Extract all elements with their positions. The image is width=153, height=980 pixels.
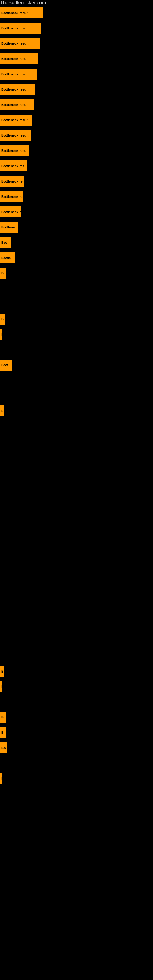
bar-row [0,388,153,403]
bar-label: Bottlene [1,225,15,229]
bottleneck-bar: E [0,406,4,417]
bar-label: Bottleneck result [1,11,29,15]
bottleneck-bar: Bottleneck result [0,115,32,126]
bar-row [0,557,153,571]
bottleneck-bar: Bottleneck resu [0,145,29,156]
bottleneck-bar: Bottlene [0,222,18,233]
bar-row [0,373,153,388]
bar-row [0,633,153,648]
bar-row: Bottleneck result [0,82,153,97]
bottleneck-bar: B [0,268,5,279]
bar-row: Bottleneck re [0,174,153,189]
bottleneck-bar: Bottleneck re [0,176,24,187]
bar-row: | [0,771,153,786]
bar-row: Bottleneck result [0,51,153,66]
bar-label: E [1,409,3,413]
bar-label: Bottleneck result [1,103,29,107]
bar-row [0,618,153,633]
bar-row: Bottleneck resu [0,143,153,158]
bar-row: Bottleneck result [0,67,153,81]
bar-row: Bottleneck res [0,159,153,173]
bar-row: Bottleneck result [0,113,153,127]
bar-row: B [0,312,153,326]
bar-row [0,572,153,587]
bar-label: Bottleneck res [1,164,24,168]
bottleneck-bar: Bottleneck res [0,161,27,172]
bar-label: E [1,670,3,673]
bar-row [0,649,153,663]
bar-label: B [1,317,4,321]
bar-label: B [1,731,4,734]
bottleneck-bar: Bottleneck result [0,84,35,95]
bar-label: | [1,776,2,780]
bottleneck-bar: Bottle [0,252,15,263]
bottleneck-bar: Bottleneck result [0,130,30,141]
bar-label: Bottleneck resu [1,149,27,153]
bar-row [0,495,153,510]
bottleneck-bar: | [0,681,2,692]
bar-label: Bottle [1,256,11,260]
bar-row: Bottle [0,250,153,265]
bottleneck-bar: B [0,727,5,738]
bar-label: | [1,332,2,336]
bar-row [0,296,153,311]
bar-row: Bottleneck result [0,21,153,35]
bar-row [0,450,153,464]
bottleneck-bar: E [0,666,4,677]
bar-row: Bot [0,235,153,250]
bar-label: Bot [1,241,7,244]
bottleneck-bar: Bottleneck re [0,191,22,202]
bar-row: Bottlene [0,220,153,235]
bar-label: Bottleneck result [1,118,29,122]
bar-row [0,465,153,480]
bar-row: Bottleneck result [0,97,153,112]
bar-row [0,541,153,556]
bar-row: Bo [0,740,153,755]
bar-row: B [0,266,153,280]
bar-row [0,419,153,434]
bottleneck-bar: Bot [0,237,11,248]
bottleneck-bar: Bott [0,360,12,371]
bar-label: Bo [1,746,6,750]
bar-row [0,281,153,296]
bar-row [0,342,153,357]
bar-row: Bottleneck result [0,36,153,51]
bar-row [0,756,153,770]
bar-row: E [0,664,153,679]
bar-label: Bottleneck re [1,195,22,199]
bottleneck-bar: B [0,712,5,723]
bottleneck-bar: Bottleneck result [0,7,43,18]
bar-row [0,603,153,617]
bar-row [0,480,153,495]
site-title: TheBottlenecker.com [0,0,153,5]
bottleneck-bar: Bottleneck result [0,23,41,34]
bar-row: B [0,725,153,740]
bar-row: E [0,404,153,418]
bar-row: | [0,679,153,694]
bar-row: Bott [0,358,153,372]
bottleneck-bar: Bottleneck result [0,38,40,49]
bar-row [0,511,153,525]
bottleneck-bar: Bottleneck result [0,99,33,110]
bar-label: B [1,715,4,719]
bottleneck-bar: Bottleneck r [0,207,21,218]
bar-label: Bottleneck re [1,180,22,183]
bar-row: Bottleneck re [0,189,153,204]
bar-row: Bottleneck r [0,205,153,219]
bar-label: Bottleneck result [1,88,29,91]
bar-row: Bottleneck result [0,5,153,20]
bar-label: B [1,271,4,275]
bar-row: | [0,327,153,342]
bar-label: Bottleneck result [1,72,29,76]
bottleneck-bar: Bottleneck result [0,53,38,64]
bar-label: Bott [1,363,8,367]
bottleneck-bar: Bo [0,742,7,753]
bar-row [0,587,153,602]
bar-label: Bottleneck result [1,26,29,30]
bottleneck-bar: B [0,313,5,325]
bar-label: Bottleneck result [1,41,29,45]
bottleneck-bar: | [0,329,2,340]
bottleneck-bar: Bottleneck result [0,68,37,80]
bar-row [0,526,153,541]
bar-label: Bottleneck result [1,134,29,137]
